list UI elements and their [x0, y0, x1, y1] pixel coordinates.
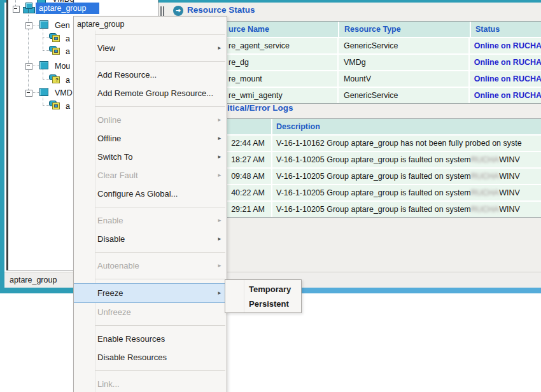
status-cell: Online on RUCHA [474, 41, 541, 50]
submenu-arrow-icon: ► [217, 45, 222, 51]
menu-separator [95, 34, 225, 35]
menu-item-disable-resources[interactable]: Disable Resources [74, 348, 227, 367]
redacted-text: RUCHA [471, 205, 499, 214]
status-cell: Online on RUCHA [474, 58, 541, 67]
splitter-handle[interactable] [163, 6, 164, 16]
expander-icon[interactable] [25, 63, 32, 70]
expander-icon[interactable] [13, 6, 20, 13]
menu-separator [95, 106, 225, 107]
submenu-arrow-icon: ► [217, 136, 222, 141]
submenu-arrow-icon: ► [217, 154, 222, 160]
tree-connector [43, 50, 49, 51]
status-bar-label: aptare_group [10, 276, 57, 284]
menu-item-autoenable[interactable]: Autoenable ► [74, 256, 227, 275]
app-window: ➜ Resource Status urce Name Resource Typ… [0, 0, 541, 392]
tree-connector [43, 105, 49, 106]
expander-icon[interactable] [25, 90, 32, 97]
tree-node-resource[interactable]: a [66, 34, 70, 43]
menu-item-label: Persistent [249, 299, 289, 309]
menu-item-label: Link... [97, 379, 120, 389]
menu-item-add-remote-group-resource[interactable]: Add Remote Group Resource... [74, 84, 227, 102]
menu-separator [95, 207, 225, 207]
tree-connector [43, 28, 43, 50]
menu-item-freeze[interactable]: Freeze ► [74, 283, 227, 303]
freeze-submenu: Temporary Persistent [225, 279, 302, 313]
menu-item-enable-resources[interactable]: Enable Resources [74, 330, 227, 348]
tree-connector [15, 0, 16, 6]
resource-icon [49, 33, 60, 42]
tree-node-vmdg[interactable]: VMD [55, 88, 73, 97]
log-description-cell: V-16-1-10205 Group aptare_group is fault… [272, 152, 541, 167]
menu-item-label: Switch To [97, 152, 132, 162]
resource-type-cell: GenericService [339, 38, 470, 53]
menu-item-clear-fault[interactable]: Clear Fault ► [74, 166, 227, 185]
submenu-item-temporary[interactable]: Temporary [225, 282, 301, 297]
menu-item-label: Freeze [97, 288, 123, 298]
menu-item-label: Autoenable [97, 261, 139, 270]
menu-item-offline[interactable]: Offline ► [74, 129, 227, 148]
menu-item-label: Clear Fault [97, 171, 138, 180]
tree-node-mountv[interactable]: Mou [55, 62, 70, 71]
log-description-cell: V-16-1-10162 Group aptare_group has not … [272, 136, 541, 151]
redacted-text: RUCHA [471, 188, 499, 197]
submenu-arrow-icon: ► [217, 263, 222, 269]
menu-separator [95, 61, 225, 62]
expander-icon[interactable] [25, 22, 32, 29]
menu-item-enable[interactable]: Enable ► [74, 211, 227, 230]
resource-type-icon [39, 88, 48, 96]
submenu-arrow-icon: ► [217, 236, 222, 242]
menu-item-link[interactable]: Link... [74, 375, 227, 392]
menu-item-switch-to[interactable]: Switch To ► [74, 148, 227, 166]
menu-item-label: Online [97, 115, 122, 125]
tree-connector [43, 38, 49, 38]
menu-item-label: Temporary [249, 284, 291, 294]
menu-item-label: Offline [97, 134, 121, 143]
tree-node-resource[interactable]: a [66, 102, 70, 111]
tree-node-genericservice[interactable]: Gen [55, 21, 70, 30]
tree-connector [43, 95, 43, 105]
menu-item-disable[interactable]: Disable ► [74, 230, 227, 248]
critical-error-logs-title: itical/Error Logs [227, 103, 293, 113]
redacted-text: RUCHA [471, 172, 499, 181]
tree-node-resource[interactable]: a [66, 47, 70, 56]
resource-icon [49, 101, 60, 109]
submenu-arrow-icon: ► [217, 290, 222, 296]
tree-connector [43, 79, 49, 80]
menu-item-view[interactable]: View ► [74, 39, 227, 57]
status-cell: Online on RUCHA [474, 91, 541, 100]
resource-icon: ? [49, 74, 60, 83]
column-header-description[interactable]: Description [272, 119, 541, 134]
menu-item-unfreeze[interactable]: Unfreeze [74, 303, 227, 321]
menu-item-label: Disable [97, 234, 125, 244]
menu-item-label: Configure As Global... [97, 189, 178, 199]
log-description-cell: V-16-1-10205 Group aptare_group is fault… [272, 169, 541, 184]
tree-connector [43, 69, 43, 79]
menu-separator [95, 252, 225, 253]
menu-item-configure-as-global[interactable]: Configure As Global... [74, 185, 227, 203]
service-group-icon [23, 3, 36, 13]
resource-type-icon [39, 61, 48, 69]
menu-item-label: Add Remote Group Resource... [97, 88, 213, 98]
resource-type-cell: MountV [339, 71, 470, 87]
submenu-item-persistent[interactable]: Persistent [225, 297, 301, 311]
context-menu-title: aptare_group [74, 18, 227, 31]
tree-node-resource[interactable]: a [66, 76, 70, 85]
submenu-arrow-icon: ► [217, 172, 222, 178]
menu-item-label: Add Resource... [97, 70, 157, 80]
column-header-status[interactable]: Status [471, 22, 541, 37]
menu-item-add-resource[interactable]: Add Resource... [74, 66, 227, 84]
resource-status-icon: ➜ [173, 6, 183, 16]
menu-item-label: Unfreeze [97, 307, 131, 317]
tree-node-aptare-group[interactable]: aptare_group [37, 3, 88, 13]
column-header-resource-type[interactable]: Resource Type [339, 22, 471, 37]
menu-item-label: Enable [97, 216, 123, 225]
menu-item-label: Enable Resources [97, 334, 165, 344]
splitter-handle[interactable] [160, 6, 162, 16]
redacted-text: RUCHA [471, 155, 499, 164]
menu-item-online[interactable]: Online ► [74, 111, 227, 129]
resource-type-cell: GenericService [339, 88, 470, 103]
menu-item-label: Disable Resources [97, 353, 167, 362]
menu-separator [95, 370, 225, 371]
menu-separator [95, 279, 225, 279]
status-cell: Online on RUCHA [474, 74, 541, 83]
